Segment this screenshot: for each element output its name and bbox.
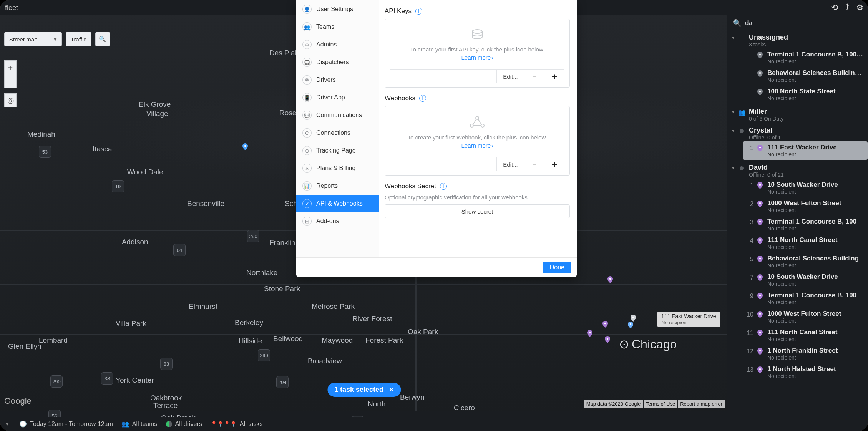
apikeys-learn-link[interactable]: Learn more›: [461, 54, 493, 61]
pin-icon: [757, 311, 763, 318]
map-pin[interactable]: [605, 336, 610, 343]
task-row[interactable]: 3Terminal 1 Concourse B, 100No recipient: [743, 216, 868, 234]
apikeys-panel: To create your first API key, click the …: [385, 19, 570, 88]
map-pin[interactable]: [587, 330, 592, 337]
info-icon[interactable]: i: [415, 8, 422, 15]
upload-icon[interactable]: ⤴: [845, 3, 849, 13]
task-num: 1: [743, 182, 753, 189]
chevron-down-icon[interactable]: ▾: [732, 128, 734, 133]
sidebar-group-header[interactable]: ▾👥Miller0 of 6 On Duty: [727, 105, 868, 123]
add-icon[interactable]: ＋: [816, 2, 824, 13]
pin-icon: [757, 70, 763, 77]
map-pin[interactable]: [242, 143, 248, 150]
nav-item-driver-app[interactable]: 📱Driver App: [296, 89, 379, 106]
task-num: 13: [743, 366, 753, 373]
task-row[interactable]: 4111 North Canal StreetNo recipient: [743, 234, 868, 252]
google-logo: Google: [4, 396, 32, 406]
sidebar-group-header[interactable]: ▾CrystalOffline, 0 of 1: [727, 124, 868, 141]
task-sub: No recipient: [767, 336, 864, 342]
task-row[interactable]: 5Behavioral Sciences BuildingNo recipien…: [743, 252, 868, 271]
import-icon[interactable]: ⟲: [831, 3, 838, 13]
pin-icon: [757, 256, 763, 263]
nav-item-connections[interactable]: CConnections: [296, 124, 379, 142]
task-row[interactable]: 1111 East Wacker DriveNo recipient: [743, 141, 868, 160]
nav-item-user-settings[interactable]: 👤User Settings: [296, 0, 379, 18]
task-row[interactable]: 121 North Franklin StreetNo recipient: [743, 345, 868, 363]
map-type-select[interactable]: Street map▾: [4, 32, 62, 46]
bottombar: ▾ 🕘 Today 12am - Tomorrow 12am 👥 All tea…: [0, 417, 727, 431]
nav-item-communications[interactable]: 💬Communications: [296, 106, 379, 124]
drivers-chip[interactable]: All drivers: [166, 421, 202, 428]
nav-item-admins[interactable]: ☺Admins: [296, 36, 379, 53]
hwy-shield: 19: [112, 180, 124, 192]
info-icon[interactable]: i: [419, 95, 426, 102]
webhooks-add-button[interactable]: ＋: [544, 157, 564, 171]
bottombar-toggle[interactable]: ▾: [6, 421, 8, 427]
date-range-chip[interactable]: 🕘 Today 12am - Tomorrow 12am: [19, 420, 113, 428]
chevron-down-icon[interactable]: ▾: [732, 109, 734, 114]
zoom-out-button[interactable]: －: [4, 74, 17, 88]
show-secret-button[interactable]: Show secret: [385, 204, 570, 218]
apikeys-edit-button[interactable]: Edit...: [496, 70, 524, 83]
nav-item-reports[interactable]: 📊Reports: [296, 177, 379, 195]
task-row[interactable]: 108 North State StreetNo recipient: [743, 85, 868, 104]
nav-item-drivers[interactable]: ☸Drivers: [296, 71, 379, 89]
attrib-data: Map data ©2023 Google: [584, 400, 643, 408]
tooltip-sub: No recipient: [661, 320, 716, 326]
sidebar-group-header[interactable]: ▾Unassigned3 tasks: [727, 31, 868, 48]
hwy-shield: 294: [276, 376, 289, 388]
modal-body: 👤User Settings👥Teams☺Admins🎧Dispatchers☸…: [296, 0, 577, 257]
map-pin[interactable]: [631, 315, 636, 322]
task-row[interactable]: 9Terminal 1 Concourse B, 100No recipient: [743, 289, 868, 308]
chevron-down-icon[interactable]: ▾: [732, 165, 734, 171]
task-row[interactable]: Terminal 1 Concourse B, 10000 WesNo reci…: [743, 48, 868, 67]
attrib-terms[interactable]: Terms of Use: [644, 400, 678, 408]
done-button[interactable]: Done: [543, 262, 571, 273]
group-sub: Offline, 0 of 21: [749, 172, 784, 178]
teams-chip[interactable]: 👥 All teams: [121, 420, 158, 428]
tasks-chip[interactable]: 📍📍📍📍 All tasks: [211, 421, 263, 428]
nav-item-tracking-page[interactable]: ⊕Tracking Page: [296, 142, 379, 159]
info-icon[interactable]: i: [440, 183, 447, 190]
locate-button[interactable]: ◎: [4, 93, 17, 107]
map-pin[interactable]: [602, 321, 608, 328]
close-icon[interactable]: ✕: [389, 386, 394, 393]
task-row[interactable]: 131 North Halsted StreetNo recipient: [743, 363, 868, 381]
zoom-in-button[interactable]: ＋: [4, 60, 17, 74]
nav-item-api-webhooks[interactable]: ✓API & Webhooks: [296, 195, 379, 212]
apikeys-remove-button[interactable]: −: [524, 70, 544, 83]
search-button[interactable]: 🔍: [95, 32, 110, 46]
task-row[interactable]: 710 South Wacker DriveNo recipient: [743, 271, 868, 289]
task-row[interactable]: 11111 North Canal StreetNo recipient: [743, 326, 868, 345]
nav-item-teams[interactable]: 👥Teams: [296, 18, 379, 36]
task-row[interactable]: 101000 West Fulton StreetNo recipient: [743, 308, 868, 326]
sidebar-group: ▾CrystalOffline, 0 of 11111 East Wacker …: [727, 123, 868, 161]
task-row[interactable]: 110 South Wacker DriveNo recipient: [743, 179, 868, 197]
apikeys-add-button[interactable]: ＋: [544, 70, 564, 83]
traffic-toggle[interactable]: Traffic: [66, 32, 91, 46]
nav-label: Plans & Billing: [316, 165, 355, 172]
nav-label: User Settings: [316, 6, 353, 13]
chevron-down-icon[interactable]: ▾: [732, 35, 734, 40]
attrib-report[interactable]: Report a map error: [678, 400, 725, 408]
map-pin[interactable]: [628, 322, 633, 328]
task-title: Behavioral Sciences Building: [767, 255, 864, 262]
task-sub: No recipient: [767, 355, 864, 361]
webhooks-learn-link[interactable]: Learn more›: [461, 142, 493, 149]
nav-item-add-ons[interactable]: ⊞Add-ons: [296, 212, 379, 230]
svg-point-3: [589, 332, 591, 333]
task-row[interactable]: 21000 West Fulton StreetNo recipient: [743, 197, 868, 216]
sidebar-group-header[interactable]: ▾DavidOffline, 0 of 21: [727, 161, 868, 179]
gear-icon[interactable]: ⚙: [856, 3, 864, 13]
nav-item-plans-billing[interactable]: $Plans & Billing: [296, 159, 379, 177]
zoom-controls: ＋ － ◎: [4, 60, 17, 107]
webhooks-edit-button[interactable]: Edit...: [496, 157, 524, 171]
svg-point-22: [472, 30, 482, 33]
webhooks-remove-button[interactable]: −: [524, 157, 544, 171]
sidebar-search-input[interactable]: [745, 19, 862, 27]
nav-item-dispatchers[interactable]: 🎧Dispatchers: [296, 53, 379, 71]
map-pin[interactable]: [607, 276, 613, 283]
task-title: 1 North Halsted Street: [767, 365, 864, 373]
task-row[interactable]: Behavioral Sciences Building, 1007No rec…: [743, 67, 868, 85]
road: [0, 284, 728, 285]
